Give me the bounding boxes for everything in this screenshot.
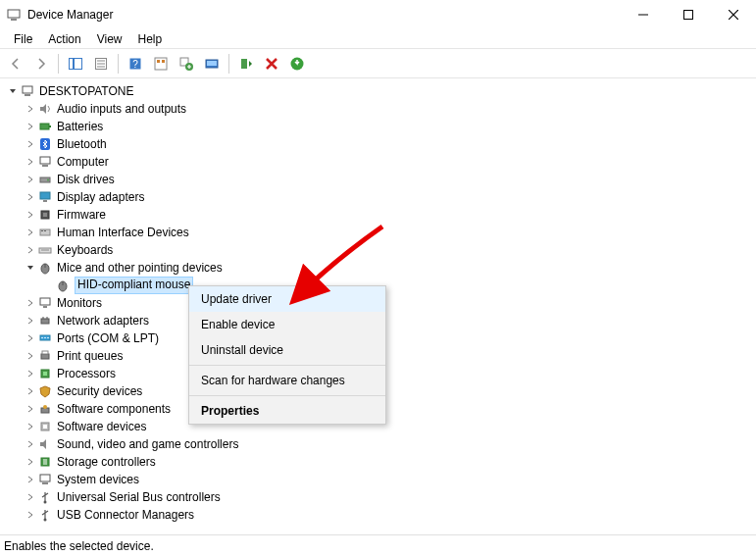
svg-rect-15: [157, 60, 160, 63]
tree-item-storage[interactable]: Storage controllers: [6, 453, 756, 471]
disk-icon: [37, 172, 53, 187]
svg-rect-1: [11, 19, 17, 21]
statusbar: Enables the selected device.: [0, 534, 756, 556]
tree-root[interactable]: DESKTOPATONE: [6, 82, 756, 100]
chevron-right-icon[interactable]: [24, 370, 37, 378]
enable-device-button[interactable]: [234, 52, 258, 76]
svg-rect-38: [44, 230, 46, 231]
tree-item-audio[interactable]: Audio inputs and outputs: [6, 100, 756, 118]
chevron-right-icon[interactable]: [24, 387, 37, 395]
tree-item-usb[interactable]: Universal Serial Bus controllers: [6, 488, 756, 506]
svg-point-51: [41, 337, 43, 339]
tree-item-sound[interactable]: Sound, video and game controllers: [6, 435, 756, 453]
minimize-button[interactable]: [621, 0, 666, 29]
tree-item-batteries[interactable]: Batteries: [6, 118, 756, 135]
menu-action[interactable]: Action: [40, 30, 88, 48]
chevron-right-icon[interactable]: [24, 158, 37, 166]
hid-icon: [37, 225, 53, 240]
svg-rect-35: [43, 213, 47, 217]
mouse-icon: [37, 260, 53, 276]
network-icon: [37, 313, 53, 329]
audio-icon: [37, 101, 53, 117]
maximize-button[interactable]: [666, 0, 711, 29]
chevron-down-icon[interactable]: [6, 87, 20, 95]
chevron-right-icon[interactable]: [24, 105, 37, 113]
svg-rect-14: [155, 58, 167, 70]
chevron-right-icon[interactable]: [24, 440, 37, 448]
menu-file[interactable]: File: [6, 30, 40, 48]
svg-rect-0: [8, 10, 20, 18]
tree-item-computer[interactable]: Computer: [6, 153, 756, 171]
add-legacy-hardware-button[interactable]: [285, 52, 309, 76]
chevron-down-icon[interactable]: [24, 264, 37, 272]
tree-item-keyboards[interactable]: Keyboards: [6, 241, 756, 259]
svg-rect-64: [42, 482, 48, 484]
help-button[interactable]: ?: [124, 52, 147, 76]
chevron-right-icon[interactable]: [24, 246, 37, 254]
svg-rect-16: [162, 60, 165, 63]
tree-item-bluetooth[interactable]: Bluetooth: [6, 135, 756, 153]
chevron-right-icon[interactable]: [24, 352, 37, 360]
ctx-separator: [189, 365, 385, 366]
menu-help[interactable]: Help: [130, 30, 171, 48]
chevron-right-icon[interactable]: [24, 123, 37, 130]
chevron-right-icon[interactable]: [24, 176, 37, 183]
tree-item-label: Audio inputs and outputs: [57, 102, 186, 116]
ctx-uninstall-device[interactable]: Uninstall device: [189, 337, 385, 363]
tree-item-label: Disk drives: [57, 173, 115, 186]
chevron-right-icon[interactable]: [24, 211, 37, 219]
chevron-right-icon[interactable]: [24, 334, 37, 342]
show-hide-tree-button[interactable]: [64, 52, 87, 76]
svg-point-52: [44, 337, 46, 339]
ctx-scan-hardware[interactable]: Scan for hardware changes: [189, 368, 385, 393]
tree-item-hid[interactable]: Human Interface Devices: [6, 224, 756, 241]
update-driver-button[interactable]: [175, 52, 198, 76]
tree-item-label: Bluetooth: [57, 137, 107, 151]
action-button[interactable]: [149, 52, 173, 76]
keyboard-icon: [37, 242, 53, 258]
ctx-update-driver[interactable]: Update driver: [189, 286, 385, 312]
chevron-right-icon[interactable]: [24, 299, 37, 307]
chevron-right-icon[interactable]: [24, 511, 37, 519]
svg-rect-47: [41, 319, 49, 324]
menu-view[interactable]: View: [89, 30, 130, 48]
uninstall-device-button[interactable]: [260, 52, 283, 76]
tree-item-mice[interactable]: Mice and other pointing devices: [6, 259, 756, 277]
shield-icon: [37, 383, 53, 399]
svg-rect-25: [40, 124, 49, 129]
printer-icon: [37, 348, 53, 364]
forward-button[interactable]: [29, 52, 53, 76]
chevron-right-icon[interactable]: [24, 493, 37, 501]
properties-button[interactable]: [89, 52, 113, 76]
chevron-right-icon[interactable]: [24, 193, 37, 201]
back-button[interactable]: [4, 52, 27, 76]
tree-item-firmware[interactable]: Firmware: [6, 206, 756, 224]
svg-rect-54: [41, 354, 49, 359]
chevron-right-icon[interactable]: [24, 423, 37, 430]
ctx-enable-device[interactable]: Enable device: [189, 312, 385, 337]
speaker-icon: [37, 436, 53, 452]
close-button[interactable]: [711, 0, 756, 29]
chevron-right-icon[interactable]: [24, 476, 37, 483]
app-icon: [6, 7, 22, 23]
tree-item-display[interactable]: Display adapters: [6, 188, 756, 206]
port-icon: [37, 330, 53, 346]
svg-point-66: [44, 519, 47, 522]
tree-item-system[interactable]: System devices: [6, 471, 756, 488]
ctx-properties[interactable]: Properties: [189, 398, 385, 424]
chevron-right-icon[interactable]: [24, 228, 37, 236]
component-icon: [37, 401, 53, 417]
chevron-right-icon[interactable]: [24, 458, 37, 466]
tree-item-label: Storage controllers: [57, 455, 156, 469]
scan-hardware-button[interactable]: [200, 52, 224, 76]
software-icon: [37, 419, 53, 434]
svg-rect-24: [25, 94, 30, 96]
mouse-icon: [55, 278, 71, 293]
chevron-right-icon[interactable]: [24, 317, 37, 325]
chevron-right-icon[interactable]: [24, 140, 37, 148]
tree-item-usb-connector[interactable]: USB Connector Managers: [6, 506, 756, 524]
chevron-right-icon[interactable]: [24, 405, 37, 413]
svg-rect-28: [40, 157, 50, 164]
svg-rect-45: [40, 298, 50, 305]
tree-item-disk-drives[interactable]: Disk drives: [6, 171, 756, 188]
